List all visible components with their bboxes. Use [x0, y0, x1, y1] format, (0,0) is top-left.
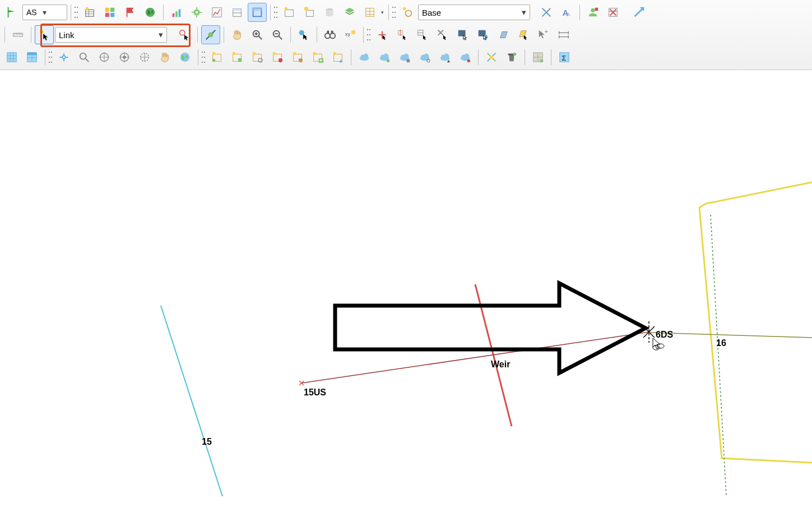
snap-cursor-4[interactable]: [433, 25, 452, 44]
cloud-3[interactable]: [395, 48, 414, 67]
arrow-tool-button[interactable]: +: [534, 25, 553, 44]
svg-point-68: [351, 30, 355, 34]
cloud-4[interactable]: [415, 48, 434, 67]
gear-button[interactable]: [187, 3, 206, 22]
calendar-button[interactable]: [228, 3, 247, 22]
db-button[interactable]: [320, 3, 339, 22]
grid-faded-icon: [532, 51, 544, 63]
svg-rect-66: [331, 31, 333, 34]
gtool-4[interactable]: [268, 48, 287, 67]
svg-line-98: [86, 59, 89, 62]
select-cursor-button[interactable]: [294, 25, 313, 44]
cloud-1[interactable]: [355, 48, 374, 67]
create-element-button[interactable]: [35, 25, 54, 44]
table-color-button[interactable]: [100, 3, 119, 22]
select-rect-1[interactable]: [453, 25, 472, 44]
colored-grid-icon: [104, 6, 116, 19]
svg-rect-126: [319, 59, 323, 62]
table-sun-button[interactable]: [300, 3, 319, 22]
snap-cursor-2[interactable]: [393, 25, 412, 44]
svg-rect-154: [490, 56, 493, 59]
cut-link-button[interactable]: [537, 3, 556, 22]
zoom-in-button[interactable]: [248, 25, 267, 44]
gtool-2[interactable]: [228, 48, 247, 67]
snap-cursor-1[interactable]: [373, 25, 392, 44]
rect-dark-icon: [457, 29, 469, 41]
svg-rect-39: [595, 8, 598, 11]
grid-blue-button[interactable]: [2, 48, 21, 67]
measure-button[interactable]: [554, 25, 573, 44]
text-tool-button[interactable]: AA: [557, 3, 576, 22]
find-button[interactable]: [321, 25, 340, 44]
gtool-6[interactable]: [308, 48, 327, 67]
svg-point-97: [80, 53, 86, 59]
chevron-down-icon[interactable]: ▾: [379, 10, 385, 15]
chart-button[interactable]: [167, 3, 186, 22]
flag-arrow-button[interactable]: [120, 3, 140, 22]
zoom-extents-button[interactable]: [54, 48, 73, 67]
misc-4[interactable]: Σ: [555, 48, 574, 67]
svg-point-123: [299, 58, 303, 62]
node-button[interactable]: [398, 3, 417, 22]
svg-point-132: [363, 54, 368, 59]
pan-hand-2-button[interactable]: [155, 48, 174, 67]
new-table-button[interactable]: [80, 3, 99, 22]
link-type-combo[interactable]: Link ▾: [55, 27, 167, 43]
cloud-icon: [398, 51, 411, 63]
edge-tool-button[interactable]: [629, 3, 648, 22]
svg-rect-11: [175, 11, 178, 17]
gtool-3[interactable]: [248, 48, 267, 67]
select-link-button[interactable]: [201, 25, 220, 44]
cloud-2[interactable]: [375, 48, 394, 67]
scenario-combo[interactable]: Base ▾: [418, 4, 530, 20]
svg-line-60: [279, 36, 282, 40]
svg-rect-25: [285, 10, 294, 16]
svg-point-50: [40, 30, 44, 34]
svg-rect-24: [253, 8, 262, 11]
layers-button[interactable]: [340, 3, 359, 22]
red-flag-icon: [124, 6, 136, 19]
select-node-button[interactable]: [175, 25, 194, 44]
cloud-5[interactable]: [435, 48, 454, 67]
zoom-out-button[interactable]: [268, 25, 287, 44]
gtool-5[interactable]: [288, 48, 307, 67]
snap-cursor-3[interactable]: [413, 25, 432, 44]
xy-cursor-button[interactable]: xy: [341, 25, 360, 44]
svg-point-151: [467, 59, 471, 63]
person-button[interactable]: [583, 3, 602, 22]
misc-3[interactable]: [528, 48, 547, 67]
node-star-icon: [401, 6, 414, 19]
shape-button-1[interactable]: [494, 25, 513, 44]
target-3-button[interactable]: [135, 48, 154, 67]
grid-head-button[interactable]: [22, 48, 41, 67]
target-2-button[interactable]: [115, 48, 134, 67]
window-button[interactable]: [248, 3, 267, 22]
plot-button[interactable]: [207, 3, 226, 22]
flag-icon-button[interactable]: [2, 3, 21, 22]
target-1-button[interactable]: [95, 48, 114, 67]
grid-button[interactable]: [360, 3, 379, 22]
svg-point-38: [591, 8, 595, 12]
line-plot-icon: [211, 6, 223, 19]
pan-hand-button[interactable]: [228, 25, 247, 44]
zoom-mag-button[interactable]: [75, 48, 94, 67]
svg-point-120: [279, 58, 282, 62]
svg-rect-114: [238, 58, 242, 62]
gtable2-icon: [231, 51, 243, 63]
svg-rect-93: [27, 53, 37, 56]
new-layer-button[interactable]: [280, 3, 299, 22]
table-x-button[interactable]: [604, 3, 623, 22]
select-rect-2[interactable]: [474, 25, 493, 44]
gtool-7[interactable]: [328, 48, 347, 67]
cloud-6[interactable]: [456, 48, 475, 67]
svg-rect-87: [7, 53, 17, 62]
ruler-button[interactable]: [8, 25, 27, 44]
world-button[interactable]: [175, 48, 194, 67]
misc-2[interactable]: [502, 48, 521, 67]
element-type-combo[interactable]: AS ▾: [22, 4, 67, 20]
misc-1[interactable]: [482, 48, 501, 67]
gtool-1[interactable]: [207, 48, 226, 67]
shape-cursor-button[interactable]: [514, 25, 533, 44]
globe-button[interactable]: [141, 3, 160, 22]
node-label-6ds: 6DS: [656, 330, 673, 340]
